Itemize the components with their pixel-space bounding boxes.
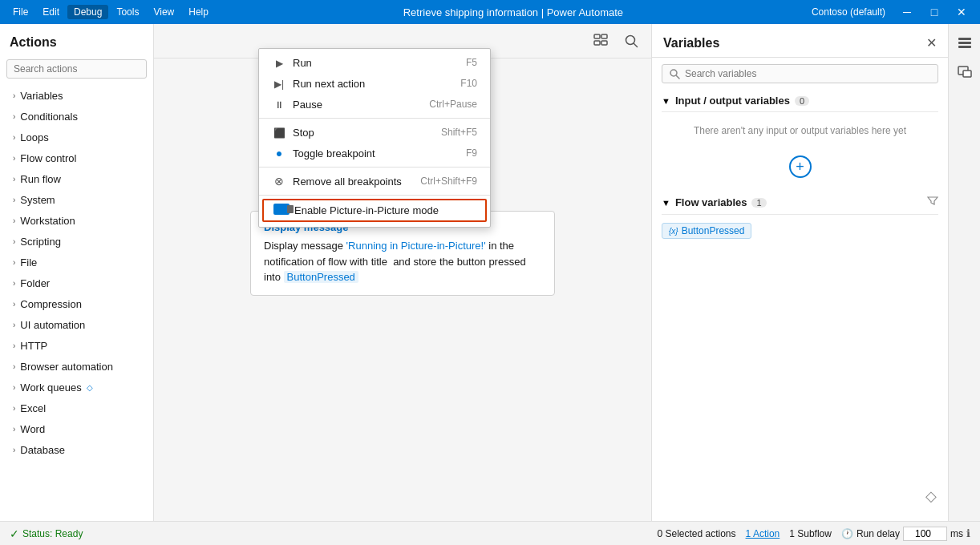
actions-item-folder[interactable]: ›Folder <box>3 273 150 293</box>
toolbar-search-icon[interactable] <box>619 29 643 53</box>
subflow-count: 1 Subflow <box>789 528 832 539</box>
actions-item-variables[interactable]: ›Variables <box>3 86 150 106</box>
menu-divider-6 <box>259 195 490 196</box>
actions-list: ›Variables›Conditionals›Loops›Flow contr… <box>0 85 153 521</box>
right-panel-icon-1[interactable] <box>952 30 978 56</box>
chevron-right-icon: › <box>13 237 15 246</box>
chevron-right-icon: › <box>13 175 15 184</box>
flow-variables-list: {x} ButtonPressed <box>662 215 938 247</box>
actions-item-compression[interactable]: ›Compression <box>3 294 150 314</box>
breakpoint-icon: ● <box>276 147 282 159</box>
toolbar-grid-icon[interactable] <box>589 29 613 53</box>
add-variable-button[interactable]: + <box>789 155 812 178</box>
flow-variables-chevron-icon: ▼ <box>662 198 670 208</box>
menu-view[interactable]: View <box>147 5 180 19</box>
actions-item-label: HTTP <box>20 340 47 352</box>
chevron-right-icon: › <box>13 196 15 204</box>
actions-item-work-queues[interactable]: ›Work queues◇ <box>3 377 150 398</box>
svg-rect-8 <box>958 38 971 40</box>
minimize-button[interactable]: ─ <box>895 0 919 24</box>
menu-tools[interactable]: Tools <box>110 5 145 19</box>
actions-item-scripting[interactable]: ›Scripting <box>3 232 150 252</box>
chevron-right-icon: › <box>13 425 15 434</box>
actions-item-loops[interactable]: ›Loops <box>3 127 150 147</box>
menu-item-shortcut: F9 <box>466 147 477 159</box>
menu-debug[interactable]: Debug <box>67 5 108 19</box>
menu-file[interactable]: File <box>6 5 34 19</box>
menu-bar[interactable]: File Edit Debug Tools View Help <box>6 5 215 19</box>
run-delay-label: Run delay <box>856 528 900 539</box>
check-icon: ✓ <box>10 527 19 540</box>
variables-search-input[interactable] <box>685 68 931 79</box>
maximize-button[interactable]: □ <box>922 0 946 24</box>
flow-variables-section: ▼ Flow variables 1 {x} ButtonPressed <box>662 191 938 247</box>
actions-item-flow-control[interactable]: ›Flow control <box>3 148 150 168</box>
debug-menu-item-remove-all-breakpoints[interactable]: ⊗Remove all breakpointsCtrl+Shift+F9 <box>259 171 490 192</box>
search-input[interactable] <box>6 59 147 79</box>
actions-item-label: Loops <box>20 131 48 143</box>
variables-header: Variables ✕ <box>652 24 948 58</box>
debug-menu-item-toggle-breakpoint[interactable]: ●Toggle breakpointF9 <box>259 143 490 164</box>
chevron-right-icon: › <box>13 279 15 288</box>
actions-item-label: Excel <box>20 402 46 414</box>
chevron-right-icon: › <box>13 133 15 142</box>
run-delay-group: 🕐 Run delay ms ℹ <box>841 527 970 541</box>
menu-edit[interactable]: Edit <box>36 5 66 19</box>
action-block-text: Display message 'Running in Picture-in-P… <box>264 238 541 285</box>
main-layout: Actions ›Variables›Conditionals›Loops›Fl… <box>0 24 980 545</box>
chevron-right-icon: › <box>13 383 15 392</box>
debug-menu-item-stop[interactable]: ⬛StopShift+F5 <box>259 122 490 143</box>
menu-item-shortcut: F10 <box>460 78 477 89</box>
title-bar: File Edit Debug Tools View Help Retrieve… <box>0 0 980 24</box>
svg-rect-10 <box>958 46 971 48</box>
chevron-right-icon: › <box>13 362 15 371</box>
pip-label: Enable Picture-in-Picture mode <box>294 204 439 216</box>
svg-rect-0 <box>594 34 600 38</box>
actions-item-browser-automation[interactable]: ›Browser automation <box>3 357 150 377</box>
variables-close-button[interactable]: ✕ <box>926 35 937 50</box>
chevron-right-icon: › <box>13 446 15 454</box>
close-button[interactable]: ✕ <box>950 0 974 24</box>
svg-point-4 <box>626 36 635 45</box>
actions-item-label: System <box>20 194 55 206</box>
input-output-count-badge: 0 <box>795 96 809 106</box>
svg-rect-2 <box>594 41 600 45</box>
run-delay-unit: ms <box>950 528 963 539</box>
actions-item-workstation[interactable]: ›Workstation <box>3 211 150 231</box>
actions-item-file[interactable]: ›File <box>3 252 150 272</box>
right-panel-icon-2[interactable] <box>952 59 978 85</box>
flow-variables-filter-icon[interactable] <box>927 196 938 209</box>
canvas-area: ▶RunF5▶|Run next actionF10⏸PauseCtrl+Pau… <box>154 24 651 545</box>
debug-menu-item-enable-picture-in-picture-mode[interactable]: Enable Picture-in-Picture mode <box>262 199 487 222</box>
actions-item-run-flow[interactable]: ›Run flow <box>3 169 150 189</box>
svg-rect-12 <box>963 71 971 77</box>
actions-search-container <box>0 56 153 85</box>
actions-item-system[interactable]: ›System <box>3 190 150 210</box>
input-output-section-header[interactable]: ▼ Input / output variables 0 <box>662 90 938 112</box>
actions-item-label: Database <box>20 444 65 456</box>
actions-item-ui-automation[interactable]: ›UI automation <box>3 315 150 335</box>
action-count[interactable]: 1 Action <box>746 528 780 539</box>
actions-item-database[interactable]: ›Database <box>3 440 150 460</box>
button-pressed-variable[interactable]: {x} ButtonPressed <box>662 223 751 239</box>
actions-item-word[interactable]: ›Word <box>3 419 150 439</box>
debug-menu-item-run[interactable]: ▶RunF5 <box>259 52 490 73</box>
diamond-icon: ◇ <box>925 487 937 505</box>
actions-item-label: Flow control <box>20 152 76 164</box>
variables-search-container <box>652 58 948 90</box>
debug-menu-item-pause[interactable]: ⏸PauseCtrl+Pause <box>259 94 490 115</box>
actions-item-excel[interactable]: ›Excel <box>3 398 150 418</box>
actions-item-http[interactable]: ›HTTP <box>3 336 150 356</box>
actions-item-conditionals[interactable]: ›Conditionals <box>3 107 150 127</box>
window-controls[interactable]: Contoso (default) ─ □ ✕ <box>812 0 974 24</box>
chevron-right-icon: › <box>13 91 15 100</box>
run-delay-input[interactable] <box>903 527 947 541</box>
menu-help[interactable]: Help <box>182 5 215 19</box>
chevron-right-icon: › <box>13 341 15 350</box>
actions-item-label: Compression <box>20 298 82 310</box>
debug-menu-item-run-next-action[interactable]: ▶|Run next actionF10 <box>259 73 490 94</box>
flow-variables-section-header[interactable]: ▼ Flow variables 1 <box>662 191 938 215</box>
actions-item-label: Variables <box>20 90 63 102</box>
info-icon[interactable]: ℹ <box>966 527 970 539</box>
menu-item-label: Run <box>293 57 312 69</box>
